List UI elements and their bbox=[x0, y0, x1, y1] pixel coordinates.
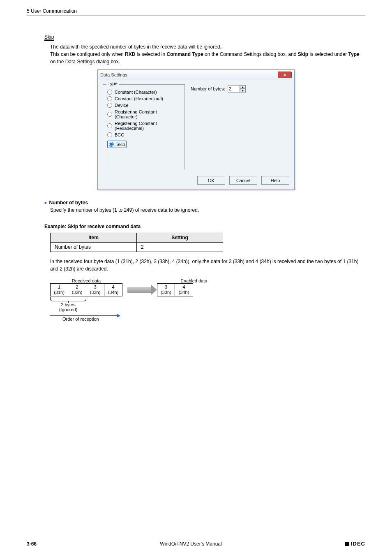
example-title: Example: Skip for receive command data bbox=[44, 224, 365, 229]
example-explain: In the received four byte data (1 (31h),… bbox=[50, 258, 361, 273]
diagram: Received data Enabled data 1(31h) 2(32h)… bbox=[50, 278, 365, 321]
enab-cell-2: 4(34h) bbox=[175, 283, 193, 296]
order-arrow-icon bbox=[50, 315, 120, 316]
section-rule bbox=[27, 16, 365, 16]
spin-up-button[interactable]: ▲ bbox=[240, 85, 246, 89]
ok-button[interactable]: OK bbox=[197, 176, 225, 185]
arrow-icon bbox=[127, 287, 152, 293]
dialog-titlebar: Data Settings × bbox=[98, 70, 294, 80]
type-group: Type Constant (Character) Constant (Hexa… bbox=[103, 84, 185, 170]
enab-cell-1: 3(33h) bbox=[157, 283, 175, 296]
radio-reg-constant-hex[interactable]: Registering Constant (Hexadecimal) bbox=[107, 121, 180, 131]
radio-device[interactable]: Device bbox=[107, 103, 180, 108]
received-cells: 1(31h) 2(32h) 3(33h) 4(34h) bbox=[50, 283, 122, 296]
bullet-icon: ■ bbox=[44, 201, 46, 205]
spin-down-button[interactable]: ▼ bbox=[240, 89, 246, 92]
number-of-bytes-label: Number of bytes: bbox=[191, 86, 225, 91]
example-td-setting: 2 bbox=[137, 243, 223, 252]
close-button[interactable]: × bbox=[278, 72, 292, 78]
recv-cell-1: 1(31h) bbox=[50, 283, 68, 296]
recv-cell-4: 4(34h) bbox=[104, 283, 122, 296]
number-of-bytes-text: Specify the number of bytes (1 to 249) o… bbox=[50, 207, 365, 213]
radio-constant-hex[interactable]: Constant (Hexadecimal) bbox=[107, 96, 180, 101]
number-of-bytes-heading: ■Number of bytes bbox=[44, 200, 365, 206]
page-number: 3-66 bbox=[27, 541, 37, 547]
number-of-bytes-input[interactable] bbox=[228, 85, 240, 92]
skip-desc-2: This can be configured only when RXD is … bbox=[50, 51, 361, 65]
brand-square-icon bbox=[345, 542, 349, 546]
enabled-data-label: Enabled data bbox=[176, 278, 212, 283]
recv-cell-2: 2(32h) bbox=[68, 283, 86, 296]
type-legend: Type bbox=[106, 81, 119, 86]
skip-desc-1: The data with the specified number of by… bbox=[50, 43, 361, 51]
radio-constant-char[interactable]: Constant (Character) bbox=[107, 90, 180, 95]
example-table: Item Setting Number of bytes 2 bbox=[50, 233, 223, 252]
brace-icon bbox=[50, 297, 86, 301]
order-label: Order of reception bbox=[62, 317, 365, 321]
example-th-setting: Setting bbox=[137, 233, 223, 243]
ignored-label: 2 bytes(Ignored) bbox=[50, 302, 86, 312]
radio-reg-constant-char[interactable]: Registering Constant (Character) bbox=[107, 109, 180, 119]
cancel-button[interactable]: Cancel bbox=[229, 176, 257, 185]
brand-text: IDEC bbox=[351, 541, 365, 547]
recv-cell-3: 3(33h) bbox=[86, 283, 104, 296]
skip-title: Skip bbox=[44, 34, 54, 41]
data-settings-dialog: Data Settings × Type Constant (Character… bbox=[97, 69, 295, 190]
received-data-label: Received data bbox=[50, 278, 122, 283]
help-button[interactable]: Help bbox=[261, 176, 289, 185]
table-row: Number of bytes 2 bbox=[51, 243, 223, 252]
page-footer: 3-66 WindO/I-NV2 User's Manual IDEC bbox=[0, 541, 392, 547]
example-td-item: Number of bytes bbox=[51, 243, 137, 252]
section-heading: 5 User Communication bbox=[27, 8, 365, 14]
footer-center: WindO/I-NV2 User's Manual bbox=[160, 541, 221, 547]
brand-logo: IDEC bbox=[345, 541, 365, 547]
radio-bcc[interactable]: BCC bbox=[107, 132, 180, 137]
example-th-item: Item bbox=[51, 233, 137, 243]
enabled-cells: 3(33h) 4(34h) bbox=[157, 283, 193, 296]
number-of-bytes-spinner[interactable]: ▲ ▼ bbox=[228, 85, 246, 92]
dialog-title: Data Settings bbox=[100, 72, 127, 77]
radio-skip[interactable]: Skip bbox=[107, 141, 127, 148]
